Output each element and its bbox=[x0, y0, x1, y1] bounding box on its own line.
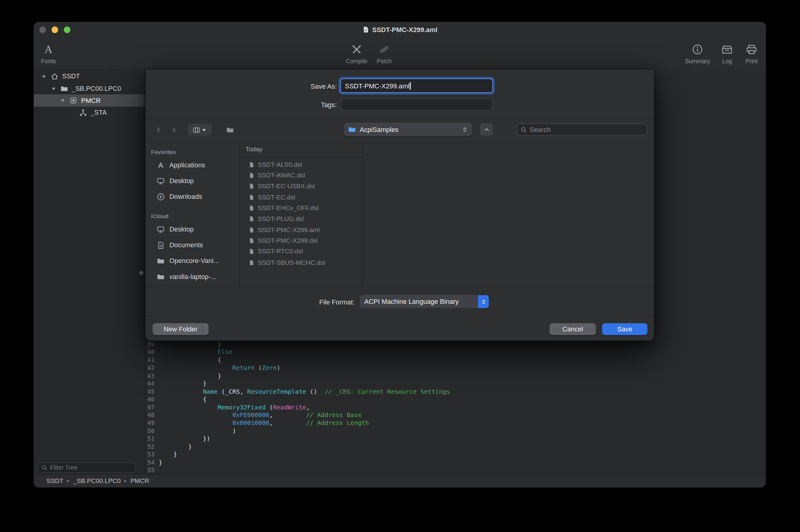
patch-button[interactable]: Patch bbox=[369, 42, 399, 64]
code-line: 39 } bbox=[145, 341, 766, 348]
tree-item-sta[interactable]: _STA bbox=[34, 107, 145, 119]
view-mode-button[interactable] bbox=[188, 124, 212, 136]
line-number: 47 bbox=[145, 404, 154, 412]
sidebar-item-vanilla-laptop[interactable]: vanilla-laptop-... bbox=[145, 269, 239, 284]
back-button[interactable] bbox=[152, 125, 165, 136]
fonts-button[interactable]: A Fonts bbox=[35, 42, 62, 64]
file-item-ssdt-plug-dsl[interactable]: SSDT-PLUG.dsl bbox=[240, 214, 363, 225]
updown-chevrons-icon bbox=[480, 299, 486, 305]
sidebar-item-label: Desktop bbox=[169, 177, 193, 185]
window-title: SSDT-PMC-X299.aml bbox=[372, 26, 437, 33]
sidebar-item-documents[interactable]: Documents bbox=[145, 237, 239, 253]
search-field[interactable]: Search bbox=[516, 124, 647, 136]
line-number: 45 bbox=[145, 388, 154, 396]
folder-action-button[interactable] bbox=[222, 124, 238, 136]
sidebar-item-label: Opencore-Vani... bbox=[169, 257, 219, 265]
tree-item-label: SSDT bbox=[62, 73, 80, 80]
forward-button[interactable] bbox=[167, 125, 181, 136]
file-format-popup[interactable]: ACPI Machine Language Binary bbox=[360, 296, 489, 308]
new-folder-button[interactable]: New Folder bbox=[153, 323, 209, 335]
chevron-left-icon bbox=[155, 127, 162, 134]
document-icon bbox=[248, 227, 255, 233]
disclosure-triangle-icon[interactable] bbox=[41, 74, 47, 79]
tree-item-label: _STA bbox=[91, 109, 107, 116]
breadcrumb-item[interactable]: SSDT bbox=[46, 477, 63, 484]
code-line: 52 } bbox=[145, 443, 766, 451]
updown-chevrons-icon bbox=[462, 127, 468, 133]
document-icon bbox=[248, 216, 255, 222]
file-item-ssdt-sbus-mchc-dsl[interactable]: SSDT-SBUS-MCHC.dsl bbox=[240, 257, 363, 268]
downloads-icon bbox=[156, 192, 165, 201]
code-line: 40 Else bbox=[145, 348, 766, 357]
patch-label: Patch bbox=[377, 58, 392, 64]
cancel-button[interactable]: Cancel bbox=[550, 323, 596, 335]
file-name: SSDT-EC.dsl bbox=[258, 194, 295, 201]
sidebar-item-opencore-vani[interactable]: Opencore-Vani... bbox=[145, 253, 239, 269]
print-button[interactable]: Print bbox=[739, 42, 764, 64]
line-number: 40 bbox=[145, 348, 154, 357]
titlebar[interactable]: SSDT-PMC-X299.aml bbox=[34, 22, 766, 37]
splitter-handle[interactable] bbox=[139, 271, 143, 275]
save-button[interactable]: Save bbox=[602, 323, 647, 335]
file-list: SSDT-ALS0.dslSSDT-AWAC.dslSSDT-EC-USBX.d… bbox=[240, 159, 363, 268]
sidebar-item-desktop[interactable]: Desktop bbox=[145, 221, 239, 237]
code-line: 41 { bbox=[145, 357, 766, 364]
line-number: 48 bbox=[145, 412, 154, 419]
folder-icon bbox=[156, 273, 165, 281]
sidebar-item-desktop[interactable]: Desktop bbox=[145, 173, 239, 189]
log-label: Log bbox=[722, 58, 732, 64]
breadcrumb-item[interactable]: PMCR bbox=[131, 477, 149, 484]
document-icon bbox=[248, 194, 255, 200]
compile-icon bbox=[351, 44, 362, 55]
tags-input[interactable] bbox=[341, 98, 492, 111]
tree-item-pmcr[interactable]: PMCR bbox=[34, 94, 145, 107]
line-number: 50 bbox=[145, 427, 154, 435]
info-icon bbox=[692, 44, 703, 55]
home-icon bbox=[51, 72, 59, 80]
line-number: 55 bbox=[145, 467, 154, 475]
file-name: SSDT-EC-USBX.dsl bbox=[258, 183, 315, 190]
sidebar-item-applications[interactable]: Applications bbox=[145, 157, 239, 173]
breadcrumb-separator: ▸ bbox=[124, 478, 127, 483]
file-item-ssdt-pmc-x299-aml[interactable]: SSDT-PMC-X299.aml bbox=[240, 225, 363, 235]
line-number: 43 bbox=[145, 372, 154, 380]
file-item-ssdt-rtc0-dsl[interactable]: SSDT-RTC0.dsl bbox=[240, 246, 363, 257]
file-item-ssdt-ec-dsl[interactable]: SSDT-EC.dsl bbox=[240, 192, 363, 203]
file-item-ssdt-als0-dsl[interactable]: SSDT-ALS0.dsl bbox=[240, 159, 363, 170]
file-item-ssdt-awac-dsl[interactable]: SSDT-AWAC.dsl bbox=[240, 170, 363, 181]
desktop-icon bbox=[156, 177, 165, 185]
location-popup[interactable]: AcpiSamples bbox=[344, 123, 472, 136]
appA-icon bbox=[156, 161, 165, 169]
fonts-icon: A bbox=[42, 43, 55, 56]
line-number: 51 bbox=[145, 435, 154, 443]
file-item-ssdt-ehcx-off-dsl[interactable]: SSDT-EHCx_OFF.dsl bbox=[240, 203, 363, 214]
disclosure-triangle-icon[interactable] bbox=[60, 98, 66, 103]
dialog-sidebar: FavoritesApplicationsDesktopDownloadsiCl… bbox=[145, 143, 239, 286]
search-placeholder: Search bbox=[529, 126, 551, 133]
breadcrumb-item[interactable]: _SB.PC00.LPC0 bbox=[73, 477, 121, 484]
code-line: 50 ) bbox=[145, 427, 766, 435]
file-item-ssdt-ec-usbx-dsl[interactable]: SSDT-EC-USBX.dsl bbox=[240, 181, 363, 192]
chevron-up-icon bbox=[484, 127, 490, 133]
document-icon bbox=[248, 248, 255, 254]
tree-item-sb-pc00-lpc0[interactable]: _SB.PC00.LPC0 bbox=[34, 82, 145, 94]
folder-icon bbox=[226, 126, 234, 134]
document-icon bbox=[248, 162, 255, 168]
documents-icon bbox=[156, 241, 165, 249]
disclosure-triangle-icon[interactable] bbox=[50, 86, 56, 91]
summary-button[interactable]: Summary bbox=[680, 42, 715, 64]
compile-label: Compile bbox=[346, 58, 367, 64]
log-button[interactable]: Log bbox=[714, 42, 740, 64]
toolbar: A Fonts Compile Patch Summary Log Pri bbox=[34, 37, 766, 70]
sidebar-item-downloads[interactable]: Downloads bbox=[145, 189, 239, 204]
sidebar-item-label: vanilla-laptop-... bbox=[169, 273, 216, 280]
code-line: 51 }) bbox=[145, 435, 766, 443]
file-item-ssdt-pmc-x299-dsl[interactable]: SSDT-PMC-X299.dsl bbox=[240, 235, 363, 246]
filter-tree-field[interactable]: Filter Tree bbox=[38, 462, 136, 473]
code-line: 46 { bbox=[145, 396, 766, 404]
tree-item-ssdt[interactable]: SSDT bbox=[34, 71, 145, 82]
collapse-dialog-button[interactable] bbox=[480, 124, 493, 136]
navigator-sidebar: SSDT_SB.PC00.LPC0PMCR_STA Filter Tree bbox=[34, 69, 145, 474]
save-as-input[interactable]: SSDT-PMC-X299.aml bbox=[340, 78, 493, 93]
sidebar-section-header: iCloud bbox=[145, 211, 239, 222]
